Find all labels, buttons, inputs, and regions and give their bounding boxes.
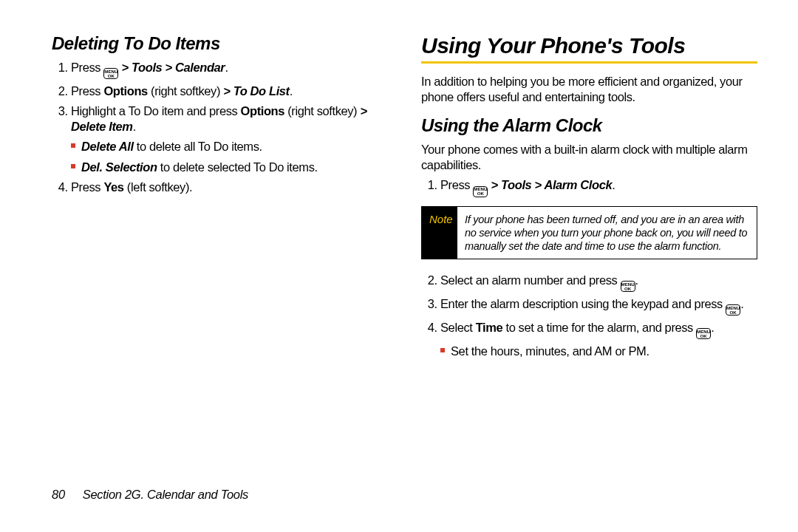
text: .: [290, 84, 293, 98]
menu-ok-key-icon: MENUOK: [726, 304, 740, 316]
text: to delete all To Do items.: [134, 140, 262, 153]
text: .: [612, 178, 615, 191]
right-column: Using Your Phone's Tools In addition to …: [421, 33, 757, 473]
step-3: Enter the alarm description using the ke…: [440, 296, 757, 316]
section-title: Section 2G. Calendar and Tools: [83, 488, 248, 501]
text: >: [223, 84, 233, 98]
step-3: Highlight a To Do item and press Options…: [71, 103, 388, 174]
text: >: [360, 104, 366, 117]
menu-ok-key-icon: MENUOK: [621, 281, 635, 292]
text: Highlight a To Do item and press: [71, 104, 241, 117]
note-label: Note: [422, 207, 457, 259]
bullet-delete-all: Delete All to delete all To Do items.: [71, 139, 388, 154]
text: (right softkey): [284, 104, 360, 117]
text: Tools: [501, 178, 531, 191]
text: Press: [71, 84, 103, 98]
yellow-rule: [421, 61, 757, 64]
text: .: [711, 321, 714, 334]
step-4: Press Yes (left softkey).: [71, 180, 388, 195]
text: Enter the alarm description using the ke…: [440, 297, 726, 310]
note-box: Note If your phone has been turned off, …: [421, 206, 757, 259]
text: Set the hours, minutes, and AM or PM.: [451, 344, 649, 358]
square-bullet-icon: [440, 348, 445, 352]
text: Del. Selection: [81, 160, 157, 174]
text: Options: [103, 84, 148, 98]
text: (right softkey): [148, 84, 223, 98]
text: Delete Item: [71, 120, 133, 133]
bullet-set-time: Set the hours, minutes, and AM or PM.: [440, 344, 757, 359]
sub-bullets: Set the hours, minutes, and AM or PM.: [440, 344, 757, 359]
step-1: Press MENUOK > Tools > Alarm Clock.: [440, 177, 757, 197]
text: .: [635, 273, 638, 287]
text: .: [740, 297, 743, 310]
step-2: Select an alarm number and press MENUOK.: [440, 273, 757, 292]
heading-using-tools: Using Your Phone's Tools: [421, 33, 757, 58]
text: to delete selected To Do items.: [157, 160, 318, 174]
right-steps-cont: Select an alarm number and press MENUOK.…: [421, 273, 757, 360]
step-4: Select Time to set a time for the alarm,…: [440, 320, 757, 359]
menu-ok-key-icon: MENUOK: [103, 68, 118, 79]
square-bullet-icon: [71, 164, 75, 168]
menu-ok-key-icon: MENUOK: [696, 328, 711, 339]
text: >: [118, 61, 132, 74]
text: Delete All: [81, 140, 134, 153]
page-content: Deleting To Do Items Press MENUOK > Tool…: [0, 0, 798, 488]
bullet-del-selection: Del. Selection to delete selected To Do …: [71, 160, 388, 175]
text: Options: [241, 104, 285, 117]
text: Calendar: [175, 61, 225, 74]
text: Select an alarm number and press: [440, 273, 621, 287]
step-2: Press Options (right softkey) > To Do Li…: [71, 83, 388, 99]
page-footer: 80Section 2G. Calendar and Tools: [0, 488, 798, 502]
left-column: Deleting To Do Items Press MENUOK > Tool…: [52, 33, 388, 473]
text: Yes: [103, 180, 123, 194]
text: .: [133, 120, 136, 133]
intro-para-2: Your phone comes with a built-in alarm c…: [421, 142, 757, 173]
text: Alarm Clock: [544, 178, 612, 191]
text: (left softkey).: [124, 180, 193, 194]
left-steps: Press MENUOK > Tools > Calendar. Press O…: [52, 60, 388, 195]
square-bullet-icon: [71, 143, 75, 148]
note-text: If your phone has been turned off, and y…: [457, 207, 757, 259]
intro-para: In addition to helping you be more effic…: [421, 74, 757, 105]
text: >: [531, 178, 544, 191]
text: To Do List: [233, 84, 290, 98]
text: Press: [71, 61, 103, 74]
text: >: [162, 61, 175, 74]
menu-ok-key-icon: MENUOK: [473, 186, 488, 197]
text: Press: [71, 180, 103, 194]
text: >: [488, 178, 501, 191]
text: Tools: [132, 61, 162, 74]
heading-alarm-clock: Using the Alarm Clock: [421, 115, 757, 136]
heading-deleting-todo: Deleting To Do Items: [52, 33, 388, 54]
sub-bullets: Delete All to delete all To Do items. De…: [71, 139, 388, 174]
text: Press: [440, 178, 473, 191]
page-number: 80: [52, 488, 65, 502]
step-1: Press MENUOK > Tools > Calendar.: [71, 60, 388, 79]
right-steps: Press MENUOK > Tools > Alarm Clock.: [421, 177, 757, 197]
text: to set a time for the alarm, and press: [502, 321, 696, 334]
text: Select: [440, 321, 476, 334]
text: .: [225, 61, 228, 74]
text: Time: [476, 321, 503, 334]
